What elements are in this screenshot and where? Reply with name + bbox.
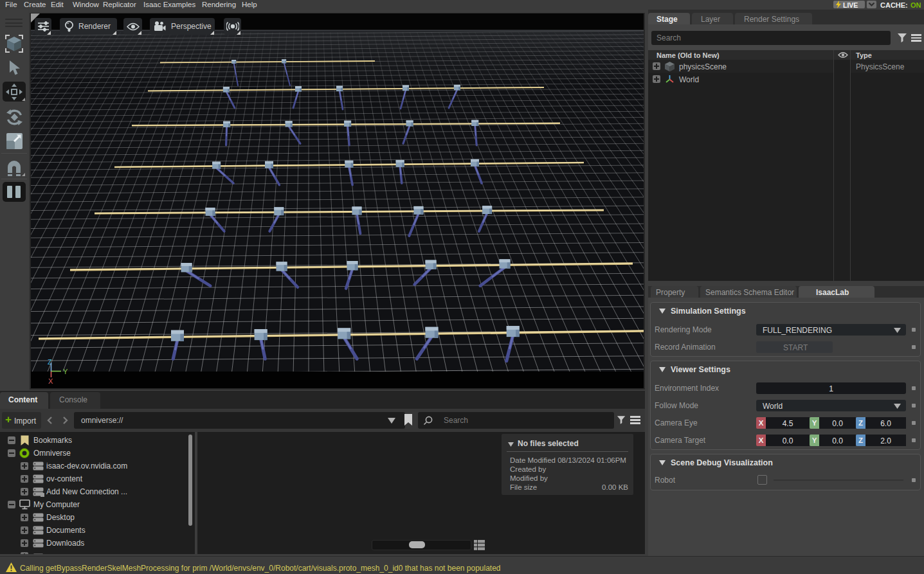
- svg-text:Y: Y: [63, 368, 68, 375]
- svg-text:X: X: [48, 377, 53, 385]
